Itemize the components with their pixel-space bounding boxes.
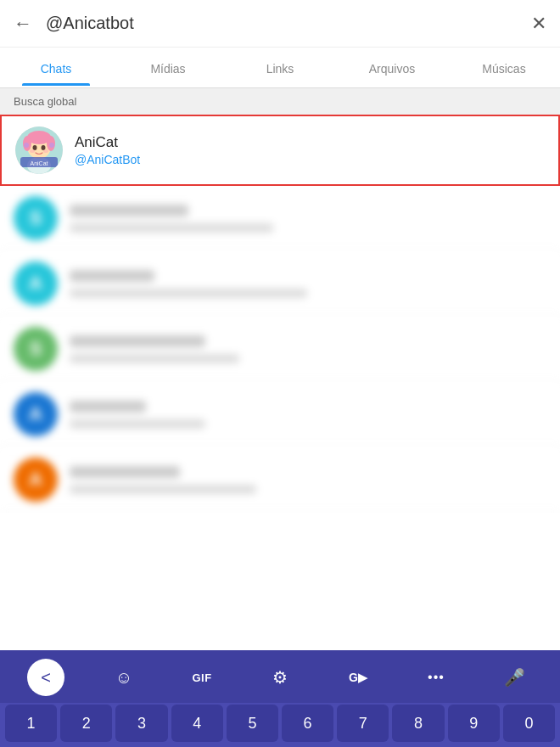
key-2[interactable]: 2	[60, 705, 112, 742]
list-item[interactable]: A	[0, 447, 560, 513]
svg-point-8	[30, 149, 35, 153]
tab-chats[interactable]: Chats	[0, 50, 112, 86]
svg-point-9	[43, 149, 48, 153]
chat-message	[70, 354, 239, 363]
tab-links[interactable]: Links	[224, 50, 336, 86]
gif-button[interactable]: GIF	[183, 659, 221, 696]
chat-name	[70, 466, 180, 478]
chat-name	[70, 270, 154, 282]
avatar: S	[14, 196, 58, 240]
chat-message	[70, 289, 307, 298]
chat-content	[70, 205, 546, 233]
chat-content	[70, 401, 546, 429]
avatar: AniCat	[15, 126, 63, 174]
avatar: A	[14, 261, 58, 306]
chat-content	[70, 466, 546, 494]
number-row: 1 2 3 4 5 6 7 8 9 0	[0, 703, 560, 747]
key-3[interactable]: 3	[115, 705, 167, 742]
key-1[interactable]: 1	[5, 705, 57, 742]
emoji-button[interactable]: ☺	[105, 659, 143, 696]
tab-musicas[interactable]: Músicas	[448, 50, 560, 86]
chat-message	[70, 419, 205, 429]
chat-name	[70, 205, 188, 216]
svg-point-11	[49, 143, 54, 148]
key-0[interactable]: 0	[503, 705, 555, 742]
back-button[interactable]: ←	[14, 13, 32, 35]
tab-arquivos[interactable]: Arquivos	[336, 50, 448, 86]
svg-point-10	[24, 143, 29, 148]
avatar: S	[14, 327, 58, 371]
keyboard-back-button[interactable]: <	[27, 659, 64, 696]
more-button[interactable]: •••	[417, 659, 455, 696]
global-search-section: Busca global	[0, 88, 560, 115]
key-7[interactable]: 7	[337, 705, 389, 742]
result-name: AniCat	[75, 134, 140, 151]
chat-name	[70, 335, 205, 347]
list-item[interactable]: A	[0, 382, 560, 447]
tab-midias[interactable]: Mídias	[112, 50, 224, 86]
chat-message	[70, 223, 273, 233]
header-title: @Anicatbot	[46, 14, 531, 33]
mic-button[interactable]: 🎤	[496, 659, 533, 696]
key-8[interactable]: 8	[392, 705, 444, 742]
svg-point-6	[33, 145, 37, 150]
translate-button[interactable]: G▶	[339, 659, 377, 696]
keyboard: < ☺ GIF ⚙ G▶ ••• 🎤 1 2 3 4 5 6 7 8 9 0	[0, 650, 560, 747]
keyboard-toolbar: < ☺ GIF ⚙ G▶ ••• 🎤	[0, 650, 560, 703]
chat-name	[70, 401, 146, 413]
avatar: A	[14, 392, 58, 436]
svg-text:AniCat: AniCat	[30, 160, 48, 166]
tabs-bar: Chats Mídias Links Arquivos Músicas	[0, 48, 560, 88]
avatar: A	[14, 458, 58, 502]
key-9[interactable]: 9	[448, 705, 500, 742]
chat-message	[70, 485, 256, 494]
result-text: AniCat @AniCatBot	[75, 134, 140, 166]
key-5[interactable]: 5	[227, 705, 278, 742]
header: ← @Anicatbot ✕	[0, 0, 560, 48]
close-button[interactable]: ✕	[531, 13, 546, 35]
chat-list: S A S A A	[0, 186, 560, 513]
key-4[interactable]: 4	[171, 705, 223, 742]
key-6[interactable]: 6	[282, 705, 333, 742]
search-result-item[interactable]: AniCat AniCat @AniCatBot	[0, 115, 560, 186]
chat-content	[70, 270, 546, 298]
list-item[interactable]: S	[0, 317, 560, 382]
settings-button[interactable]: ⚙	[261, 659, 299, 696]
list-item[interactable]: A	[0, 251, 560, 317]
svg-point-7	[42, 145, 46, 150]
result-username: @AniCatBot	[75, 153, 140, 166]
list-item[interactable]: S	[0, 186, 560, 251]
chat-content	[70, 335, 546, 363]
